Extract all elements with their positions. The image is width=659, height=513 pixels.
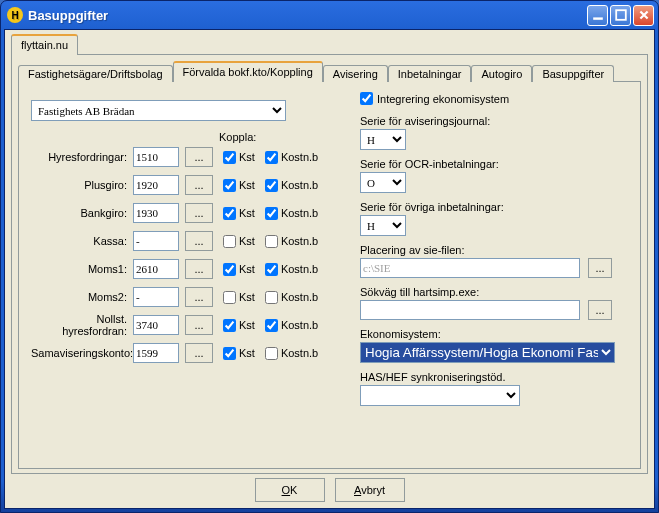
tab-inner-1[interactable]: Förvalda bokf.kto/Koppling — [173, 61, 323, 82]
placering-label: Placering av sie-filen: — [360, 244, 628, 256]
maximize-button[interactable] — [610, 5, 631, 26]
kst-checkbox-wrap[interactable]: Kst — [223, 347, 255, 360]
serie-avis-select[interactable]: H — [360, 129, 406, 150]
inner-tab-panel: Fastighets AB Brädan Koppla: Hyresfordri… — [18, 81, 641, 469]
account-browse-button[interactable]: ... — [185, 175, 213, 195]
account-input[interactable] — [133, 315, 179, 335]
tabs-outer: flyttain.nu — [11, 34, 648, 54]
kostnb-checkbox[interactable] — [265, 151, 278, 164]
sokvag-browse-button[interactable]: ... — [588, 300, 612, 320]
account-browse-button[interactable]: ... — [185, 147, 213, 167]
hashef-select[interactable] — [360, 385, 520, 406]
account-input[interactable] — [133, 343, 179, 363]
account-input[interactable] — [133, 231, 179, 251]
account-input[interactable] — [133, 287, 179, 307]
right-column: Integrering ekonomisystem Serie för avis… — [360, 92, 628, 458]
kst-checkbox-wrap[interactable]: Kst — [223, 235, 255, 248]
close-button[interactable] — [633, 5, 654, 26]
kst-checkbox-wrap[interactable]: Kst — [223, 263, 255, 276]
placering-input[interactable] — [360, 258, 580, 278]
window-buttons — [587, 5, 654, 26]
serie-ovr-select[interactable]: H — [360, 215, 406, 236]
kostnb-checkbox[interactable] — [265, 235, 278, 248]
account-browse-button[interactable]: ... — [185, 315, 213, 335]
kst-checkbox[interactable] — [223, 319, 236, 332]
account-input[interactable] — [133, 203, 179, 223]
kst-checkbox-wrap[interactable]: Kst — [223, 207, 255, 220]
kst-checkbox[interactable] — [223, 207, 236, 220]
account-row-6: Nollst. hyresfordran:...KstKostn.b — [31, 314, 346, 336]
account-input[interactable] — [133, 259, 179, 279]
account-label: Plusgiro: — [31, 179, 133, 191]
kostnb-checkbox[interactable] — [265, 263, 278, 276]
sokvag-input[interactable] — [360, 300, 580, 320]
cancel-button[interactable]: Avbryt — [335, 478, 405, 502]
account-label: Moms2: — [31, 291, 133, 303]
serie-avis-label: Serie för aviseringsjournal: — [360, 115, 628, 127]
kst-checkbox-wrap[interactable]: Kst — [223, 319, 255, 332]
kostnb-checkbox[interactable] — [265, 207, 278, 220]
kst-checkbox-wrap[interactable]: Kst — [223, 291, 255, 304]
kst-checkbox[interactable] — [223, 347, 236, 360]
kst-label: Kst — [239, 319, 255, 331]
account-browse-button[interactable]: ... — [185, 343, 213, 363]
kostnb-checkbox-wrap[interactable]: Kostn.b — [265, 235, 318, 248]
account-browse-button[interactable]: ... — [185, 231, 213, 251]
kostnb-checkbox-wrap[interactable]: Kostn.b — [265, 347, 318, 360]
serie-ocr-select[interactable]: O — [360, 172, 406, 193]
integrering-label: Integrering ekonomisystem — [377, 93, 509, 105]
tab-inner-0[interactable]: Fastighetsägare/Driftsbolag — [18, 65, 173, 82]
minimize-button[interactable] — [587, 5, 608, 26]
kostnb-checkbox-wrap[interactable]: Kostn.b — [265, 207, 318, 220]
kostnb-checkbox-wrap[interactable]: Kostn.b — [265, 179, 318, 192]
account-row-0: Hyresfordringar:...KstKostn.b — [31, 146, 346, 168]
kostnb-checkbox[interactable] — [265, 347, 278, 360]
kostnb-checkbox[interactable] — [265, 291, 278, 304]
account-browse-button[interactable]: ... — [185, 203, 213, 223]
kst-label: Kst — [239, 151, 255, 163]
tab-inner-4[interactable]: Autogiro — [471, 65, 532, 82]
kst-checkbox[interactable] — [223, 263, 236, 276]
dialog-buttons: OK Avbryt — [11, 478, 648, 502]
kst-checkbox[interactable] — [223, 179, 236, 192]
company-select[interactable]: Fastighets AB Brädan — [31, 100, 286, 121]
kostnb-checkbox-wrap[interactable]: Kostn.b — [265, 151, 318, 164]
kostnb-checkbox-wrap[interactable]: Kostn.b — [265, 263, 318, 276]
kostnb-label: Kostn.b — [281, 263, 318, 275]
outer-tab-panel: Fastighetsägare/DriftsbolagFörvalda bokf… — [11, 54, 648, 474]
account-row-1: Plusgiro:...KstKostn.b — [31, 174, 346, 196]
kostnb-checkbox[interactable] — [265, 179, 278, 192]
app-icon: H — [7, 7, 23, 23]
account-input[interactable] — [133, 147, 179, 167]
account-row-5: Moms2:...KstKostn.b — [31, 286, 346, 308]
eco-label: Ekonomisystem: — [360, 328, 628, 340]
kostnb-checkbox-wrap[interactable]: Kostn.b — [265, 291, 318, 304]
account-browse-button[interactable]: ... — [185, 287, 213, 307]
tab-inner-2[interactable]: Avisering — [323, 65, 388, 82]
kst-label: Kst — [239, 291, 255, 303]
kst-label: Kst — [239, 263, 255, 275]
sokvag-label: Sökväg till hartsimp.exe: — [360, 286, 628, 298]
svg-rect-1 — [616, 10, 626, 20]
kst-checkbox[interactable] — [223, 291, 236, 304]
tab-inner-5[interactable]: Basuppgifter — [532, 65, 614, 82]
kst-checkbox[interactable] — [223, 235, 236, 248]
account-input[interactable] — [133, 175, 179, 195]
kostnb-checkbox[interactable] — [265, 319, 278, 332]
ekonomisystem-select[interactable]: Hogia Affärssystem/Hogia Ekonomi Fastigh… — [360, 342, 615, 363]
serie-ocr-label: Serie för OCR-inbetalningar: — [360, 158, 628, 170]
tab-outer-0[interactable]: flyttain.nu — [11, 34, 78, 55]
tab-inner-3[interactable]: Inbetalningar — [388, 65, 472, 82]
tabs-inner: Fastighetsägare/DriftsbolagFörvalda bokf… — [18, 61, 641, 81]
kst-checkbox-wrap[interactable]: Kst — [223, 179, 255, 192]
ok-button[interactable]: OK — [255, 478, 325, 502]
kst-checkbox-wrap[interactable]: Kst — [223, 151, 255, 164]
integrering-checkbox[interactable] — [360, 92, 373, 105]
placering-browse-button[interactable]: ... — [588, 258, 612, 278]
account-label: Moms1: — [31, 263, 133, 275]
koppla-header-row: Koppla: — [31, 131, 346, 143]
kostnb-checkbox-wrap[interactable]: Kostn.b — [265, 319, 318, 332]
kst-checkbox[interactable] — [223, 151, 236, 164]
account-label: Bankgiro: — [31, 207, 133, 219]
account-browse-button[interactable]: ... — [185, 259, 213, 279]
